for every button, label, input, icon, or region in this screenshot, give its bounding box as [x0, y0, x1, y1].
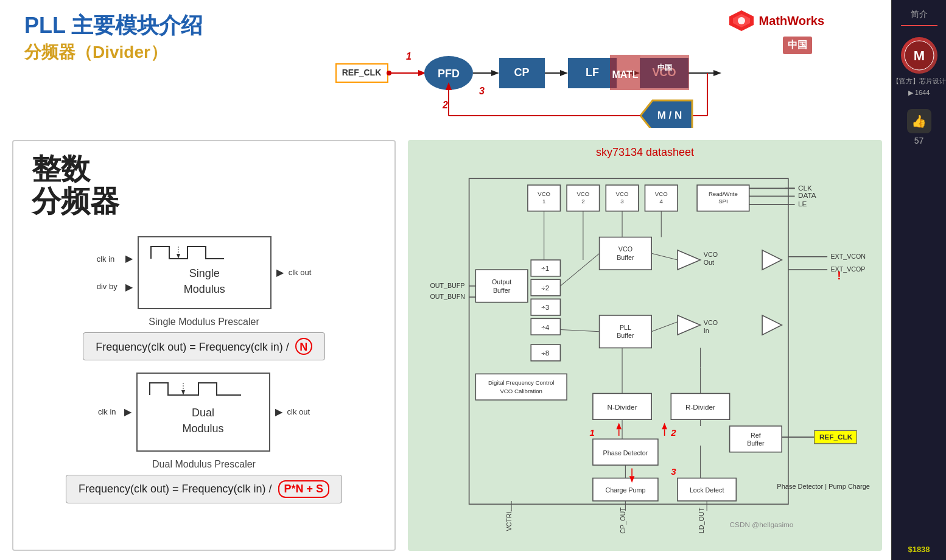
svg-text:!: !	[837, 269, 841, 282]
svg-text:VCO: VCO	[618, 245, 632, 253]
svg-marker-98	[762, 250, 782, 270]
dual-modulus-label: DualModulus	[182, 405, 223, 436]
svg-text:2: 2	[581, 198, 584, 205]
svg-marker-99	[762, 315, 782, 335]
svg-text:÷8: ÷8	[541, 349, 549, 357]
header-section: PLL 主要模块介绍 分频器（Divider） MathWorks 中国 REF…	[0, 0, 891, 131]
svg-line-140	[651, 322, 678, 332]
svg-text:3: 3	[671, 466, 676, 477]
svg-rect-36	[640, 55, 689, 90]
svg-text:M / N: M / N	[657, 110, 682, 121]
arrow-clkin-2: ▶	[124, 406, 131, 418]
svg-text:Buffer: Buffer	[747, 439, 765, 447]
svg-text:CLK: CLK	[798, 184, 812, 192]
avatar-icon: M	[904, 40, 934, 71]
slide-subtitle: 分频器（Divider）	[24, 41, 203, 64]
sidebar: 简介 M 【官方】芯片设计 ▶ 1644 👍 57 $1838	[891, 0, 946, 560]
arrow-out-2: ▶	[275, 406, 282, 418]
svg-text:SPI: SPI	[718, 198, 728, 205]
svg-text:VCO: VCO	[576, 191, 589, 197]
pll-diagram-svg: REF_CLK 1 PFD 3 CP	[292, 37, 830, 128]
waveform-single	[145, 240, 254, 265]
svg-text:N-Divider: N-Divider	[608, 403, 637, 411]
like-button[interactable]: 👍 57	[907, 109, 931, 145]
mathworks-logo: MathWorks	[728, 9, 824, 32]
single-modulus-section: clk in div by ▶ ▶	[32, 236, 376, 360]
svg-text:R-Divider: R-Divider	[685, 403, 715, 411]
single-modulus-label: SingleModulus	[184, 266, 225, 296]
svg-text:3: 3	[479, 86, 485, 96]
svg-text:CP: CP	[514, 66, 529, 79]
svg-marker-13	[491, 70, 499, 76]
svg-text:M: M	[913, 48, 924, 63]
datasheet-title: sky73134 datasheet	[417, 146, 873, 159]
svg-text:MATL: MATL	[612, 69, 638, 80]
svg-text:3: 3	[620, 198, 623, 205]
svg-text:Phase Detector: Phase Detector	[603, 449, 648, 457]
svg-line-139	[651, 253, 678, 260]
svg-text:÷3: ÷3	[541, 303, 549, 311]
formula2-box: Frequency(clk out) = Frequency(clk in) /…	[66, 475, 342, 503]
svg-text:4: 4	[660, 198, 664, 205]
svg-text:LE: LE	[798, 200, 807, 208]
svg-text:EXT_VCON: EXT_VCON	[830, 253, 866, 260]
header-titles: PLL 主要模块介绍 分频器（Divider）	[24, 12, 203, 64]
formula1-box: Frequency(clk out) = Frequency(clk in) /…	[83, 332, 325, 360]
svg-text:Ref: Ref	[751, 432, 761, 439]
svg-point-2	[738, 17, 745, 24]
svg-text:DATA: DATA	[798, 191, 816, 199]
sidebar-avatar[interactable]: M	[901, 37, 937, 74]
pll-diagram-area: REF_CLK 1 PFD 3 CP	[292, 37, 830, 128]
svg-text:VCTRL: VCTRL	[505, 509, 513, 531]
svg-marker-124	[616, 423, 622, 430]
svg-text:VCO: VCO	[704, 251, 718, 258]
svg-text:REF_CLK: REF_CLK	[819, 433, 853, 441]
svg-marker-89	[678, 315, 700, 335]
svg-line-137	[560, 253, 599, 286]
svg-rect-111	[475, 374, 567, 400]
div-by-label: div by	[97, 282, 117, 291]
svg-text:1: 1	[542, 198, 545, 205]
svg-text:Out: Out	[704, 259, 714, 266]
single-modulus-box: SingleModulus	[138, 236, 272, 309]
svg-text:Digital Frequency Control: Digital Frequency Control	[488, 379, 555, 386]
svg-text:1: 1	[406, 51, 412, 61]
slide-title: PLL 主要模块介绍	[24, 12, 203, 38]
formula1-n: N	[295, 338, 312, 355]
slide-body: 整数分频器 clk in div by ▶ ▶	[0, 131, 891, 560]
svg-text:VCO: VCO	[616, 191, 629, 197]
svg-text:LF: LF	[586, 66, 599, 79]
phase-detector-label: Phase Detector | Pump Charge	[777, 483, 870, 490]
svg-text:Buffer: Buffer	[493, 287, 511, 294]
svg-marker-39	[177, 254, 180, 259]
svg-text:Buffer: Buffer	[617, 332, 634, 339]
svg-text:VCO: VCO	[655, 191, 668, 197]
svg-marker-25	[713, 70, 721, 76]
sidebar-title: 简介	[908, 6, 931, 23]
formula2-text: Frequency(clk out) = Frequency(clk in) /	[79, 483, 272, 495]
svg-text:EXT_VCOP: EXT_VCOP	[830, 265, 865, 273]
svg-text:In: In	[704, 327, 709, 334]
svg-text:÷2: ÷2	[541, 284, 549, 292]
svg-text:Charge Pump: Charge Pump	[605, 486, 645, 494]
mathworks-text: MathWorks	[759, 14, 824, 28]
thumbs-up-icon: 👍	[911, 114, 927, 128]
svg-text:LD_OUT: LD_OUT	[698, 507, 705, 533]
svg-marker-88	[678, 250, 700, 270]
svg-text:VCO: VCO	[704, 319, 718, 326]
waveform-dual	[144, 377, 253, 401]
svg-text:PLL: PLL	[620, 324, 631, 331]
svg-marker-41	[181, 390, 185, 395]
svg-marker-17	[560, 70, 568, 76]
svg-text:CP_OUT: CP_OUT	[619, 507, 626, 534]
mathworks-logo-icon	[728, 9, 755, 32]
arrow-out-1: ▶	[276, 267, 284, 278]
clk-in-label-1: clk in	[97, 254, 117, 264]
single-modulus-caption: Single Modulus Prescaler	[149, 317, 259, 327]
svg-text:Output: Output	[492, 278, 511, 285]
svg-text:REF_CLK: REF_CLK	[342, 68, 382, 77]
dual-modulus-box: DualModulus	[136, 373, 270, 452]
arrow-divby: ▶	[125, 281, 133, 293]
left-panel: 整数分频器 clk in div by ▶ ▶	[12, 140, 396, 551]
svg-text:中国: 中国	[657, 63, 672, 72]
